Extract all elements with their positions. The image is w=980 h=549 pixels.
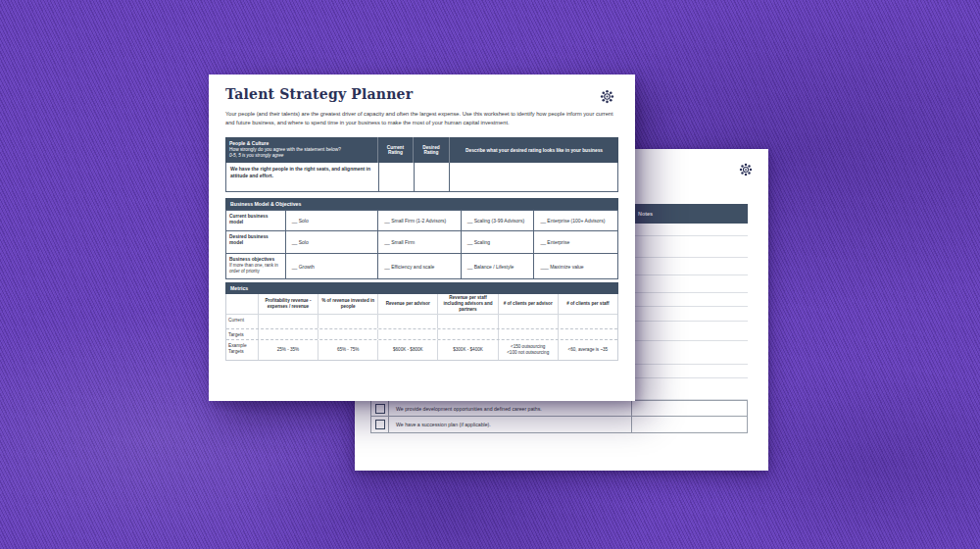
metric-cell <box>498 329 558 339</box>
option-cell: __ Solo <box>285 231 378 253</box>
people-culture-header: People & Culture How strongly do you agr… <box>225 137 618 163</box>
metric-cell <box>498 315 558 328</box>
section-title: People & Culture <box>229 140 373 146</box>
option-cell: __ Scaling (3-99 Advisors) <box>461 211 534 230</box>
metric-cell <box>437 329 497 339</box>
metrics-column-header: Revenue per staff including advisors and… <box>437 294 497 314</box>
metric-cell <box>258 329 318 339</box>
option-cell: __ Small Firm (1-2 Advisors) <box>377 211 461 230</box>
option-cell: __ Balance / Lifestyle <box>461 254 534 278</box>
option-cell: ___ Maximize value <box>533 254 617 278</box>
metrics-header-bar: Metrics <box>225 282 618 294</box>
metrics-column-header: Revenue per advisor <box>377 294 437 314</box>
row-label: Example Targets <box>226 340 258 360</box>
option-cell: __ Efficiency and scale <box>377 254 461 278</box>
checkbox[interactable] <box>375 404 385 414</box>
metrics-row-example-targets: Example Targets 25% - 35% 65% - 75% $600… <box>226 340 617 360</box>
section-question: How strongly do you agree with the state… <box>229 147 373 152</box>
option-cell: __ Enterprise <box>533 231 617 253</box>
metric-cell <box>558 315 617 328</box>
option-cell: __ Solo <box>285 211 378 230</box>
intro-paragraph: Your people (and their talents) are the … <box>225 110 620 127</box>
worksheet-page-1: Talent Strategy Planner Your people (and… <box>209 75 635 401</box>
metrics-column-header: # of clients per staff <box>558 294 617 314</box>
row-label: Desired business model <box>229 234 282 247</box>
current-rating-cell <box>378 163 414 191</box>
metric-cell <box>377 315 437 328</box>
metric-cell: <150 outsourcing <100 not outsourcing <box>498 340 558 360</box>
business-model-header-bar: Business Model & Objectives <box>225 198 618 210</box>
option-cell: __ Scaling <box>461 231 534 253</box>
checkbox[interactable] <box>375 420 385 429</box>
checklist-statement: We have a succession plan (if applicable… <box>389 417 632 432</box>
checklist-row-development: We provide development opportunities and… <box>370 400 748 417</box>
people-culture-table: People & Culture How strongly do you agr… <box>225 137 618 192</box>
row-sublabel: If more than one, rank in order of prior… <box>229 263 282 274</box>
statement-cell: We have the right people in the right se… <box>226 163 378 191</box>
metric-cell: $300K - $400K <box>437 340 497 360</box>
page-title: Talent Strategy Planner <box>225 86 413 102</box>
metric-cell: 65% - 75% <box>318 340 377 360</box>
metrics-row-current: Current <box>226 315 617 329</box>
metric-cell <box>318 329 377 339</box>
column-header-describe: Describe what your desired rating looks … <box>449 137 618 163</box>
option-cell: __ Small Firm <box>377 231 461 253</box>
business-model-row-current: Current business model __ Solo __ Small … <box>226 210 617 230</box>
row-label: Current <box>226 315 258 328</box>
metrics-column-header: Profitability revenue - expenses / reven… <box>258 294 318 314</box>
describe-cell <box>449 163 617 191</box>
business-model-row-desired: Desired business model __ Solo __ Small … <box>226 230 617 253</box>
metric-cell <box>318 315 377 328</box>
metrics-column-header: % of revenue invested in people <box>318 294 377 314</box>
business-model-row-objectives: Business objectives If more than one, ra… <box>226 253 617 278</box>
metric-cell <box>258 315 318 328</box>
metric-cell <box>437 315 497 328</box>
section-scale-note: 0-5, 5 is you strongly agree <box>229 153 373 158</box>
metrics-table: Metrics Profitability revenue - expenses… <box>225 282 618 361</box>
column-header-current-rating: Current Rating <box>377 137 413 163</box>
metrics-row-targets: Targets <box>226 329 617 340</box>
checklist-statement: We provide development opportunities and… <box>389 401 632 416</box>
business-model-table: Business Model & Objectives Current busi… <box>225 198 618 279</box>
metric-cell: $600K - $800K <box>377 340 437 360</box>
metric-cell: 25% - 35% <box>258 340 318 360</box>
metrics-column-header: # of clients per advisor <box>498 294 558 314</box>
checklist-row-succession: We have a succession plan (if applicable… <box>370 417 748 433</box>
option-cell: __ Enterprise (100+ Advisors) <box>533 211 617 230</box>
desired-rating-cell <box>414 163 450 191</box>
metric-cell: <60, average is ~35 <box>558 340 617 360</box>
gear-logo-icon <box>600 89 614 104</box>
column-header-desired-rating: Desired Rating <box>413 137 449 163</box>
row-label: Current business model <box>229 214 282 226</box>
metrics-column-headers: Profitability revenue - expenses / reven… <box>226 294 617 315</box>
notes-cell <box>632 401 747 416</box>
empty-corner-cell <box>226 294 258 314</box>
option-cell: __ Growth <box>285 254 378 278</box>
notes-cell <box>632 417 747 432</box>
gear-logo-icon <box>739 163 753 176</box>
hero-canvas: Notes We provide development opportuniti… <box>0 0 980 549</box>
row-label: Targets <box>226 329 258 339</box>
notes-column-header: Notes <box>638 211 653 217</box>
metric-cell <box>377 329 437 339</box>
metric-cell <box>558 329 617 339</box>
people-culture-row: We have the right people in the right se… <box>225 163 618 192</box>
